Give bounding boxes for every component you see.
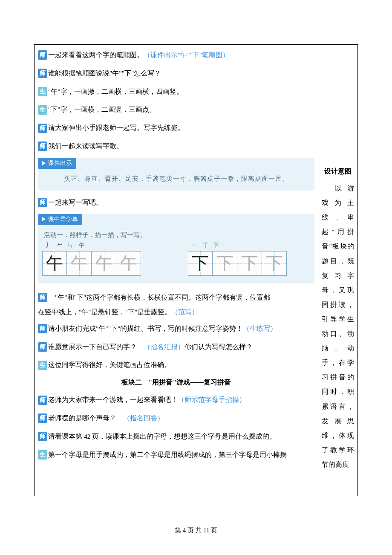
stroke-practice-row: 丿 𠂉 ㄣ 午 午 午 午 午 一 丅 下 xyxy=(42,242,310,276)
line-text: 请大家伸出小手跟老师一起写。写字先练姿。 xyxy=(48,124,184,131)
para-text: 在竖中线上，"午"是悬针竖，"下"是垂露竖。 xyxy=(38,308,171,315)
panel-head-text: 课件出示 xyxy=(48,160,72,166)
sidebar-body: 以游戏为主线，串起"用拼音"板块的题目，既复习字母，又巩固拼读，引导学生动口、动… xyxy=(322,181,354,472)
line-text: 你们认为写得怎么样？ xyxy=(184,343,253,350)
teacher-line-10: 师请看课本第 42 页，读课本上摆出的字母，想想这三个字母是用什么摆成的。 xyxy=(38,431,314,442)
student-line-2: 生"下"字，一画横，二画竖，三画点。 xyxy=(38,104,314,115)
play-icon xyxy=(42,161,46,165)
sidebar-title: 设计意图 xyxy=(322,164,354,179)
teacher-paragraph-1: 师 "午"和"下"这两个字都有长横，长横位置不同。这两个字都有竖，位置都 在竖中… xyxy=(38,290,314,319)
teacher-line-2: 师谁能根据笔顺图说说"午""下"怎么写？ xyxy=(38,68,314,79)
tian-cell: 下 xyxy=(188,251,213,276)
line-text: "午"字，一画撇，二画横，三画横，四画竖。 xyxy=(48,88,183,95)
line-text: 老师摆的是哪个声母？ xyxy=(48,414,123,422)
practice-char-trace: 午 xyxy=(95,251,112,275)
teacher-tag-icon: 师 xyxy=(38,293,47,302)
student-line-4: 生第一个字母是用手摆成的，第二个字母是用线绳摆成的，第三个字母是用小棒摆 xyxy=(38,450,314,460)
teacher-tag-icon: 师 xyxy=(38,324,47,333)
line-text: 第一个字母是用手摆成的，第二个字母是用线绳摆成的，第三个字母是用小棒摆 xyxy=(48,451,287,458)
sidebar-column: 设计意图 以游戏为主线，串起"用拼音"板块的题目，既复习字母，又巩固拼读，引导学… xyxy=(318,45,357,496)
panel-body: 头正、身直、臂开、足安，手离笔尖一寸，胸离桌子一拳，眼离桌面一尺。 xyxy=(38,169,314,191)
practice-char-trace: 午 xyxy=(71,251,88,275)
worksheet-panel: 课中导学单 活动一：照样子，描一描，写一写。 丿 𠂉 ㄣ 午 午 午 午 xyxy=(38,214,314,283)
teacher-tag-icon: 师 xyxy=(38,50,47,60)
stroke-order-hint: 一 丅 下 xyxy=(191,242,287,249)
teacher-tag-icon: 师 xyxy=(38,413,47,423)
panel-body: 活动一：照样子，描一描，写一写。 丿 𠂉 ㄣ 午 午 午 午 午 xyxy=(38,225,314,283)
inline-note: （师示范字母手指操） xyxy=(178,396,246,403)
play-icon xyxy=(42,217,46,221)
page-footer: 第 4 页 共 11 页 xyxy=(0,526,392,535)
main-column: 师一起来看看这两个字的笔顺图。（课件出示"午""下"笔顺图） 师谁能根据笔顺图说… xyxy=(35,45,318,496)
content-frame: 师一起来看看这两个字的笔顺图。（课件出示"午""下"笔顺图） 师谁能根据笔顺图说… xyxy=(34,44,358,496)
student-line-1: 生"午"字，一画撇，二画横，三画横，四画竖。 xyxy=(38,87,314,97)
footer-middle: 页 共 xyxy=(186,527,203,534)
student-tag-icon: 生 xyxy=(38,450,47,460)
tian-cell: 午 xyxy=(116,251,141,276)
teacher-line-3: 师请大家伸出小手跟老师一起写。写字先练姿。 xyxy=(38,123,314,133)
inline-note: （范写） xyxy=(171,308,199,315)
teacher-tag-icon: 师 xyxy=(38,342,47,352)
teacher-line-9: 师老师摆的是哪个声母？ （指名回答） xyxy=(38,413,314,424)
inline-note: （课件出示"午""下"笔顺图） xyxy=(144,51,229,58)
tian-grid-row: 午 午 午 午 xyxy=(42,251,141,276)
practice-char-trace: 下 xyxy=(266,251,283,275)
page-container: 师一起来看看这两个字的笔顺图。（课件出示"午""下"笔顺图） 师谁能根据笔顺图说… xyxy=(0,0,392,522)
practice-char: 午 xyxy=(46,251,63,275)
practice-char-trace: 午 xyxy=(120,251,137,275)
teacher-tag-icon: 师 xyxy=(38,124,47,133)
line-text: 请看课本第 42 页，读课本上摆出的字母，想想这三个字母是用什么摆成的。 xyxy=(48,433,276,440)
teacher-tag-icon: 师 xyxy=(38,396,47,405)
line-text: 这位同学写得很好，关键笔画占位准确。 xyxy=(48,361,171,368)
inline-note: （指名回答） xyxy=(123,414,164,422)
teacher-tag-icon: 师 xyxy=(38,432,47,441)
line-text: 请小朋友们完成"午""下"的描红、书写，写的时候注意写字姿势！ xyxy=(48,325,243,332)
line-text: 老师为大家带来一个游戏，一起来看看吧！ xyxy=(48,396,178,403)
student-tag-icon: 生 xyxy=(38,105,47,115)
tian-cell: 下 xyxy=(237,251,262,276)
page-current: 4 xyxy=(182,527,186,534)
panel-header: 课件出示 xyxy=(38,158,76,169)
teacher-tag-icon: 师 xyxy=(38,69,47,78)
page-total: 11 xyxy=(203,527,209,534)
inline-note: （指名汇报） xyxy=(144,343,184,350)
stroke-order-hint: 丿 𠂉 ㄣ 午 xyxy=(46,242,141,249)
panel-header: 课中导学单 xyxy=(38,214,82,225)
footer-prefix: 第 xyxy=(175,527,183,534)
tian-grid-row: 下 下 下 下 xyxy=(188,251,287,276)
tian-cell: 下 xyxy=(213,251,237,276)
stroke-group-wu: 丿 𠂉 ㄣ 午 午 午 午 午 xyxy=(42,242,141,276)
student-line-3: 生这位同学写得很好，关键笔画占位准确。 xyxy=(38,360,314,370)
inline-note: （生练写） xyxy=(243,325,277,332)
tian-cell: 午 xyxy=(67,251,92,276)
line-text: 一起来看看这两个字的笔顺图。 xyxy=(48,51,144,58)
teacher-line-6: 师请小朋友们完成"午""下"的描红、书写，写的时候注意写字姿势！（生练写） xyxy=(38,324,314,334)
teacher-line-8: 师老师为大家带来一个游戏，一起来看看吧！（师示范字母手指操） xyxy=(38,395,314,405)
activity-label: 活动一：照样子，描一描，写一写。 xyxy=(44,231,310,239)
student-tag-icon: 生 xyxy=(38,87,47,96)
panel-head-text: 课中导学单 xyxy=(48,216,78,223)
footer-suffix: 页 xyxy=(210,527,218,534)
teacher-line-5: 师一起来写一写吧。 xyxy=(38,197,314,208)
section-title: 板块二 "用拼音"游戏——复习拼音 xyxy=(38,378,314,387)
teacher-line-4: 师我们一起来读读写字歌。 xyxy=(38,141,314,152)
tian-cell: 午 xyxy=(92,251,116,276)
line-text: 我们一起来读读写字歌。 xyxy=(48,142,123,150)
tian-cell: 下 xyxy=(262,251,287,276)
line-text: 谁能根据笔顺图说说"午""下"怎么写？ xyxy=(48,69,161,77)
courseware-panel: 课件出示 头正、身直、臂开、足安，手离笔尖一寸，胸离桌子一拳，眼离桌面一尺。 xyxy=(38,158,314,191)
practice-char-trace: 下 xyxy=(241,251,258,275)
teacher-tag-icon: 师 xyxy=(38,198,47,207)
writing-posture-rhyme: 头正、身直、臂开、足安，手离笔尖一寸，胸离桌子一拳，眼离桌面一尺。 xyxy=(42,175,310,183)
practice-char-trace: 下 xyxy=(216,251,233,275)
line-text: 谁愿意展示一下自己写的字？ xyxy=(48,343,144,350)
practice-char: 下 xyxy=(192,251,209,275)
teacher-tag-icon: 师 xyxy=(38,142,47,151)
teacher-line-1: 师一起来看看这两个字的笔顺图。（课件出示"午""下"笔顺图） xyxy=(38,50,314,61)
teacher-line-7: 师谁愿意展示一下自己写的字？ （指名汇报）你们认为写得怎么样？ xyxy=(38,342,314,353)
line-text: "下"字，一画横，二画竖，三画点。 xyxy=(48,106,156,113)
tian-cell: 午 xyxy=(42,251,67,276)
line-text: 一起来写一写吧。 xyxy=(48,199,103,206)
student-tag-icon: 生 xyxy=(38,361,47,370)
para-text: "午"和"下"这两个字都有长横，长横位置不同。这两个字都有竖，位置都 xyxy=(48,294,270,301)
